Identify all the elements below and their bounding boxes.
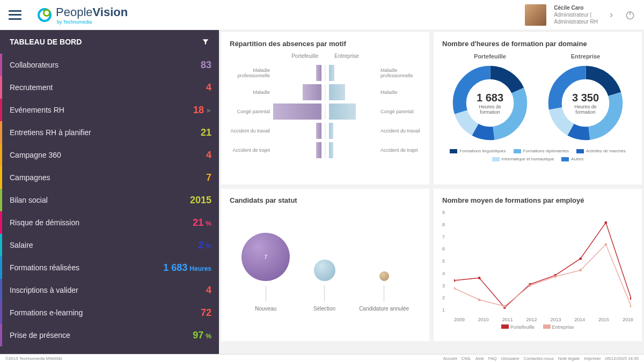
footer-link[interactable]: Contactez-nous bbox=[524, 356, 554, 361]
sidebar-item-3[interactable]: Entretiens RH à planifier21 bbox=[0, 121, 219, 144]
sidebar-item-7[interactable]: Risque de démission21% bbox=[0, 211, 219, 234]
line-legend: Portefeuille Entreprise bbox=[442, 324, 633, 330]
footer: ©2015 Technomedia MN0000 AccueilCNILAide… bbox=[0, 354, 644, 362]
svg-point-12 bbox=[454, 279, 455, 282]
sidebar-item-9[interactable]: Formations réalisées1 683Heures bbox=[0, 256, 219, 279]
copyright: ©2015 Technomedia MN0000 bbox=[5, 356, 62, 361]
svg-point-18 bbox=[605, 221, 608, 224]
chevron-right-icon[interactable]: › bbox=[605, 9, 617, 20]
sidebar-item-10[interactable]: Inscriptions à valider4 bbox=[0, 279, 219, 301]
panel-line: Nombre moyen de formations par employé 9… bbox=[434, 189, 642, 341]
panel-title: Nombre d'heures de formation par domaine bbox=[442, 40, 633, 48]
sidebar-item-6[interactable]: Bilan social2015 bbox=[0, 189, 219, 211]
footer-link[interactable]: Accueil bbox=[443, 356, 457, 361]
svg-point-13 bbox=[478, 277, 481, 279]
svg-point-26 bbox=[605, 243, 608, 246]
panel-absences: Répartition des absences par motif Porte… bbox=[221, 32, 429, 184]
svg-point-21 bbox=[478, 298, 481, 301]
absences-chart: Portefeuille Entreprise Maladie professi… bbox=[222, 53, 429, 160]
brand-sub: by Technomedia bbox=[57, 19, 128, 25]
line-chart: 987654321 200920102011201220132014201520… bbox=[442, 210, 633, 322]
power-icon[interactable] bbox=[625, 10, 635, 20]
sidebar-item-2[interactable]: Evénements RH18▶ bbox=[0, 99, 219, 121]
sidebar-item-4[interactable]: Campagne 3604 bbox=[0, 144, 219, 166]
svg-point-20 bbox=[454, 287, 455, 290]
sidebar-item-1[interactable]: Recrutement4 bbox=[0, 76, 219, 99]
bubble-annulee bbox=[379, 271, 389, 281]
footer-link[interactable]: Note légale bbox=[558, 356, 580, 361]
menu-button[interactable] bbox=[9, 10, 21, 20]
brand-logo[interactable]: PeopleVision by Technomedia bbox=[38, 5, 128, 25]
candidates-chart: 7 Nouveau Sélection Candidature annulée bbox=[230, 210, 421, 312]
donut-entreprise: Entreprise 3 350Heures de formation bbox=[545, 53, 626, 143]
app-header: PeopleVision by Technomedia Cécile Caro … bbox=[0, 0, 644, 30]
sidebar-item-0[interactable]: Collaborateurs83 bbox=[0, 54, 219, 76]
panel-candidates: Candidats par statut 7 Nouveau Sélection… bbox=[221, 189, 429, 341]
logo-icon bbox=[38, 8, 52, 22]
svg-point-19 bbox=[630, 297, 631, 300]
svg-point-23 bbox=[529, 284, 531, 287]
svg-point-22 bbox=[503, 305, 506, 307]
panel-title: Candidats par statut bbox=[230, 196, 421, 204]
footer-link[interactable]: Glossaire bbox=[501, 356, 519, 361]
bubble-nouveau: 7 bbox=[241, 233, 290, 281]
user-info: Cécile Caro Administrateur | Administrat… bbox=[554, 4, 598, 25]
donut-portefeuille: Portefeuille 1 683Heures de formation bbox=[450, 53, 530, 143]
footer-link[interactable]: Imprimer bbox=[584, 356, 601, 361]
brand-name: PeopleVision bbox=[56, 5, 128, 19]
bubble-selection bbox=[314, 260, 335, 281]
sidebar: TABLEAU DE BORD Collaborateurs83Recrutem… bbox=[0, 30, 219, 354]
svg-point-27 bbox=[630, 305, 631, 307]
svg-point-25 bbox=[579, 269, 582, 271]
avatar[interactable] bbox=[525, 4, 546, 26]
panel-donuts: Nombre d'heures de formation par domaine… bbox=[434, 32, 642, 184]
sidebar-item-5[interactable]: Campagnes7 bbox=[0, 166, 219, 189]
footer-link[interactable]: FAQ bbox=[488, 356, 497, 361]
footer-link[interactable]: CNIL bbox=[462, 356, 471, 361]
col-entreprise: Entreprise bbox=[334, 53, 359, 59]
sidebar-item-8[interactable]: Salaire2% bbox=[0, 234, 219, 256]
svg-point-17 bbox=[579, 257, 582, 260]
panel-title: Répartition des absences par motif bbox=[230, 40, 421, 48]
svg-point-24 bbox=[554, 275, 557, 278]
sidebar-title: TABLEAU DE BORD bbox=[0, 30, 219, 54]
dashboard-content: Répartition des absences par motif Porte… bbox=[219, 30, 644, 354]
donut-legend: Formations linguistiquesFormations diplô… bbox=[442, 149, 633, 161]
sidebar-item-12[interactable]: Prise de présence97% bbox=[0, 324, 219, 346]
sidebar-item-11[interactable]: Formations e-learning72 bbox=[0, 301, 219, 324]
footer-link[interactable]: Aide bbox=[475, 356, 484, 361]
filter-icon[interactable] bbox=[202, 38, 209, 46]
panel-title: Nombre moyen de formations par employé bbox=[442, 196, 633, 204]
col-portefeuille: Portefeuille bbox=[291, 53, 318, 59]
